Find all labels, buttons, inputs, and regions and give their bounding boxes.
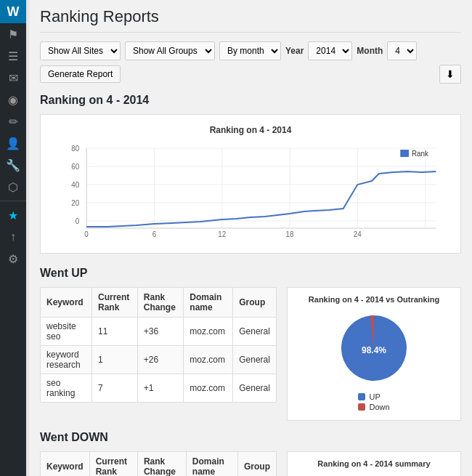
generate-report-button[interactable]: Generate Report bbox=[40, 65, 121, 83]
svg-text:98.4%: 98.4% bbox=[362, 345, 386, 355]
col-rank-change-d: Rank Change bbox=[137, 452, 186, 477]
col-keyword-d: Keyword bbox=[41, 452, 90, 477]
went-up-legend: UP Down bbox=[358, 392, 389, 413]
sidebar-icon-user[interactable]: 👤 bbox=[0, 132, 26, 154]
cell-domain: moz.com bbox=[184, 374, 233, 403]
went-down-section: Keyword Current Rank Rank Change Domain … bbox=[40, 451, 461, 476]
legend-down-dot bbox=[358, 403, 365, 411]
svg-text:18: 18 bbox=[286, 230, 294, 238]
groups-dropdown[interactable]: Show All Groups bbox=[125, 41, 215, 60]
sidebar-icon-flag[interactable]: ⚑ bbox=[0, 23, 26, 45]
went-down-pie-wrap: 22.2% 33.3% 44.4% in top 3 in top 10 bbox=[295, 472, 453, 476]
sidebar-icon-circle[interactable]: ◉ bbox=[0, 89, 26, 110]
ranking-heading: Ranking on 4 - 2014 bbox=[40, 94, 461, 107]
svg-text:0: 0 bbox=[76, 217, 80, 225]
went-up-table: Keyword Current Rank Rank Change Domain … bbox=[40, 287, 277, 403]
sidebar: W ⚑ ☰ ✉ ◉ ✏ 👤 🔧 ⬡ ★ ↑ ⚙ bbox=[0, 0, 26, 476]
sidebar-icon-edit[interactable]: ✏ bbox=[0, 110, 26, 132]
col-current-rank: Current Rank bbox=[92, 288, 138, 318]
col-rank-change: Rank Change bbox=[137, 288, 183, 318]
svg-text:12: 12 bbox=[218, 230, 226, 238]
cell-keyword: seo ranking bbox=[41, 374, 92, 403]
went-down-title: Went DOWN bbox=[40, 431, 461, 444]
cell-current-rank: 1 bbox=[92, 346, 138, 374]
went-up-pie-box: Ranking on 4 - 2014 vs Outranking 98.4% bbox=[287, 287, 461, 421]
toolbar: Show All Sites Show All Groups By month … bbox=[40, 41, 461, 84]
svg-text:6: 6 bbox=[152, 230, 157, 238]
cell-group: General bbox=[233, 318, 277, 346]
table-row: website seo 11 +36 moz.com General bbox=[41, 318, 277, 346]
svg-text:80: 80 bbox=[71, 145, 79, 153]
cell-group: General bbox=[233, 374, 277, 403]
table-row: keyword research 1 +26 moz.com General bbox=[41, 346, 277, 374]
svg-text:60: 60 bbox=[71, 163, 79, 171]
sidebar-icon-up[interactable]: ↑ bbox=[0, 226, 26, 248]
main-content: Ranking Reports Show All Sites Show All … bbox=[29, 0, 472, 476]
cell-keyword: website seo bbox=[41, 318, 92, 346]
col-domain: Domain name bbox=[184, 288, 233, 318]
went-up-section: Keyword Current Rank Rank Change Domain … bbox=[40, 287, 461, 421]
sidebar-icon-tools[interactable]: 🔧 bbox=[0, 154, 26, 176]
went-down-pie-section: Ranking on 4 - 2014 summary bbox=[287, 451, 461, 476]
sidebar-icon-hex[interactable]: ⬡ bbox=[0, 176, 26, 198]
went-up-title: Went UP bbox=[40, 267, 461, 280]
cell-rank-change: +36 bbox=[137, 318, 183, 346]
legend-down: Down bbox=[358, 403, 389, 411]
col-current-rank-d: Current Rank bbox=[89, 452, 137, 477]
col-keyword: Keyword bbox=[41, 288, 92, 318]
went-down-table-section: Keyword Current Rank Rank Change Domain … bbox=[40, 451, 277, 476]
went-up-pie-wrap: 98.4% UP Down bbox=[295, 308, 453, 413]
cell-keyword: keyword research bbox=[41, 346, 92, 374]
svg-text:0: 0 bbox=[84, 230, 89, 238]
cell-domain: moz.com bbox=[184, 346, 233, 374]
cell-current-rank: 11 bbox=[92, 318, 138, 346]
svg-text:20: 20 bbox=[71, 199, 79, 207]
table-row: seo ranking 7 +1 moz.com General bbox=[41, 374, 277, 403]
sidebar-icon-mail[interactable]: ✉ bbox=[0, 67, 26, 89]
col-domain-d: Domain name bbox=[186, 452, 237, 477]
svg-text:24: 24 bbox=[354, 230, 362, 238]
month-dropdown[interactable]: 4 bbox=[387, 41, 417, 60]
svg-rect-22 bbox=[400, 150, 409, 157]
cell-rank-change: +1 bbox=[137, 374, 183, 403]
legend-up-label: UP bbox=[369, 392, 380, 401]
legend-down-label: Down bbox=[369, 403, 389, 411]
cell-rank-change: +26 bbox=[137, 346, 183, 374]
went-up-pie-title: Ranking on 4 - 2014 vs Outranking bbox=[295, 295, 453, 304]
sidebar-icon-ranking[interactable]: ★ bbox=[0, 204, 26, 226]
month-label: Month bbox=[357, 46, 383, 56]
sites-dropdown[interactable]: Show All Sites bbox=[40, 41, 121, 60]
legend-up-dot bbox=[358, 393, 365, 400]
cell-current-rank: 7 bbox=[92, 374, 138, 403]
col-group: Group bbox=[233, 288, 277, 318]
sidebar-divider bbox=[0, 201, 26, 201]
year-dropdown[interactable]: 2014 bbox=[308, 41, 352, 60]
went-up-pie-section: Ranking on 4 - 2014 vs Outranking 98.4% bbox=[287, 287, 461, 421]
svg-text:40: 40 bbox=[71, 181, 79, 189]
went-down-table: Keyword Current Rank Rank Change Domain … bbox=[40, 451, 277, 476]
cell-group: General bbox=[233, 346, 277, 374]
year-label: Year bbox=[285, 46, 304, 56]
line-chart-box: Ranking on 4 - 2014 80 bbox=[40, 114, 461, 254]
cell-domain: moz.com bbox=[184, 318, 233, 346]
svg-text:Rank: Rank bbox=[412, 150, 428, 158]
went-down-pie-title: Ranking on 4 - 2014 summary bbox=[295, 459, 453, 468]
bymonth-dropdown[interactable]: By month bbox=[219, 41, 281, 60]
sidebar-icon-menu[interactable]: ☰ bbox=[0, 45, 26, 67]
went-down-pie-box: Ranking on 4 - 2014 summary bbox=[287, 451, 461, 476]
legend-up: UP bbox=[358, 392, 389, 401]
line-chart: 80 60 40 20 0 0 6 12 18 24 Rank bbox=[51, 141, 450, 243]
sidebar-logo[interactable]: W bbox=[0, 0, 26, 23]
download-button[interactable]: ⬇ bbox=[439, 65, 461, 84]
sidebar-icon-settings[interactable]: ⚙ bbox=[0, 248, 26, 270]
went-up-table-section: Keyword Current Rank Rank Change Domain … bbox=[40, 287, 277, 421]
chart-title: Ranking on 4 - 2014 bbox=[51, 125, 450, 135]
col-group-d: Group bbox=[237, 452, 276, 477]
page-title: Ranking Reports bbox=[40, 7, 461, 33]
